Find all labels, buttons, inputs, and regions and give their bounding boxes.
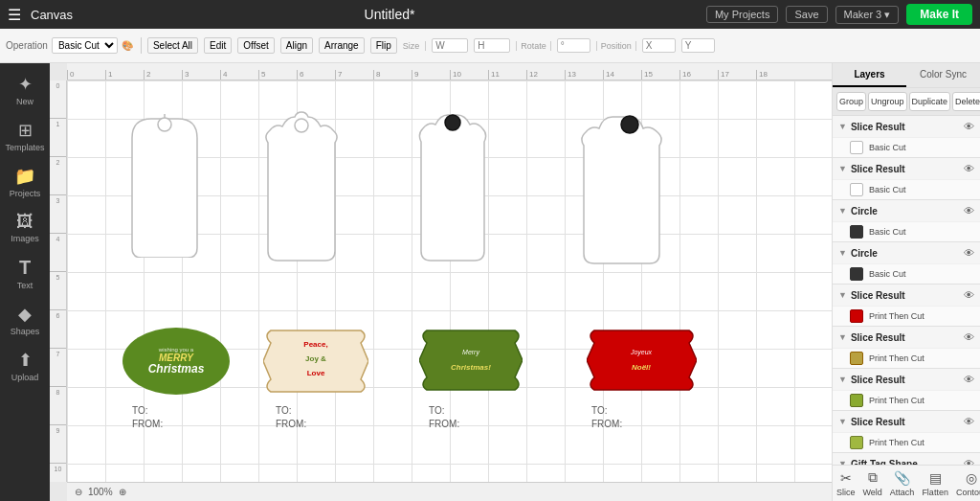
ruler-tick: 12 bbox=[526, 70, 565, 80]
layer-header-7[interactable]: ▼ Slice Result 👁 bbox=[833, 411, 980, 432]
layer-eye-1[interactable]: 👁 bbox=[964, 163, 974, 174]
edit-button[interactable]: Edit bbox=[204, 37, 232, 54]
layer-eye-7[interactable]: 👁 bbox=[964, 416, 974, 427]
ungroup-button[interactable]: Ungroup bbox=[868, 92, 907, 111]
layer-child-label-6: Print Then Cut bbox=[869, 396, 924, 405]
right-actions: My Projects Save Maker 3 ▾ Make It bbox=[706, 4, 972, 25]
sidebar-item-templates[interactable]: ⊞ Templates bbox=[3, 115, 47, 157]
attach-icon: 📎 bbox=[894, 470, 910, 486]
ruler-left-tick: 3 bbox=[50, 195, 66, 234]
layer-child-0: Basic Cut bbox=[833, 137, 980, 157]
align-button[interactable]: Align bbox=[280, 37, 313, 54]
svg-text:Love: Love bbox=[307, 369, 325, 377]
weld-button[interactable]: ⧉ Weld bbox=[859, 467, 886, 499]
ruler-tick: 1 bbox=[105, 70, 144, 80]
layer-header-4[interactable]: ▼ Slice Result 👁 bbox=[833, 285, 980, 306]
attach-button[interactable]: 📎 Attach bbox=[886, 468, 919, 499]
rotate-input[interactable] bbox=[557, 38, 590, 53]
my-projects-button[interactable]: My Projects bbox=[706, 6, 778, 23]
offset-button[interactable]: Offset bbox=[237, 37, 275, 54]
layer-eye-4[interactable]: 👁 bbox=[964, 289, 974, 301]
select-all-button[interactable]: Select All bbox=[147, 37, 198, 54]
position-label: Position bbox=[596, 41, 636, 51]
layer-header-6[interactable]: ▼ Slice Result 👁 bbox=[833, 369, 980, 390]
layer-eye-2[interactable]: 👁 bbox=[964, 205, 974, 216]
layer-header-2[interactable]: ▼ Circle 👁 bbox=[833, 200, 980, 221]
layer-title-2: Circle bbox=[851, 206, 960, 216]
layer-header-8[interactable]: ▼ Gift Tag Shape 👁 bbox=[833, 453, 980, 465]
layer-child-label-4: Print Then Cut bbox=[869, 311, 924, 321]
sidebar-item-upload[interactable]: ⬆ Upload bbox=[3, 345, 47, 387]
make-it-button[interactable]: Make It bbox=[906, 4, 972, 25]
ruler-top: 0 1 2 3 4 5 6 7 8 9 10 11 12 13 14 15 16… bbox=[67, 63, 832, 80]
contour-icon: ◎ bbox=[966, 470, 977, 486]
layer-group-5: ▼ Slice Result 👁 Print Then Cut bbox=[833, 327, 980, 369]
projects-icon: 📁 bbox=[14, 166, 35, 187]
layer-eye-3[interactable]: 👁 bbox=[964, 247, 974, 259]
sidebar-label-templates: Templates bbox=[5, 143, 44, 152]
sidebar-item-projects[interactable]: 📁 Projects bbox=[3, 161, 47, 203]
layers-list: ▼ Slice Result 👁 Basic Cut ▼ Slice Resul… bbox=[833, 116, 980, 465]
svg-point-2 bbox=[445, 115, 460, 130]
layer-header-5[interactable]: ▼ Slice Result 👁 bbox=[833, 327, 980, 348]
layer-swatch-3 bbox=[850, 267, 863, 281]
tab-layers[interactable]: Layers bbox=[833, 63, 906, 87]
width-input[interactable] bbox=[432, 38, 468, 53]
x-input[interactable] bbox=[642, 38, 676, 53]
layer-header-0[interactable]: ▼ Slice Result 👁 bbox=[833, 116, 980, 137]
contour-label: Contour bbox=[956, 488, 980, 497]
xmas-label-1: wishing you a MERRY Christmas bbox=[122, 328, 230, 395]
gift-tag-2 bbox=[258, 109, 345, 262]
bottom-bar: ✂ Slice ⧉ Weld 📎 Attach ▤ Flatten ◎ Cont… bbox=[833, 465, 980, 501]
svg-text:Noël!: Noël! bbox=[632, 363, 651, 372]
layer-eye-5[interactable]: 👁 bbox=[964, 331, 974, 343]
operation-select[interactable]: Basic Cut bbox=[52, 37, 118, 54]
flatten-icon: ▤ bbox=[929, 470, 942, 486]
maker-button[interactable]: Maker 3 ▾ bbox=[835, 6, 900, 24]
layer-header-3[interactable]: ▼ Circle 👁 bbox=[833, 242, 980, 263]
canvas-area[interactable]: 0 1 2 3 4 5 6 7 8 9 10 11 12 13 14 15 16… bbox=[50, 63, 832, 501]
sidebar-item-shapes[interactable]: ◆ Shapes bbox=[3, 299, 47, 341]
hamburger-icon[interactable]: ☰ bbox=[8, 6, 21, 24]
flatten-button[interactable]: ▤ Flatten bbox=[918, 468, 952, 499]
layer-eye-8[interactable]: 👁 bbox=[964, 458, 974, 465]
to-from-1: TO:FROM: bbox=[132, 404, 163, 431]
ruler-tick: 15 bbox=[641, 70, 679, 80]
ruler-tick: 17 bbox=[718, 70, 756, 80]
size-label: Size bbox=[403, 41, 427, 51]
arrange-button[interactable]: Arrange bbox=[319, 37, 365, 54]
duplicate-button[interactable]: Duplicate bbox=[909, 92, 951, 111]
new-icon: ✦ bbox=[18, 74, 33, 95]
layer-arrow-4: ▼ bbox=[838, 290, 847, 300]
ruler-tick: 16 bbox=[679, 70, 718, 80]
panel-tabs: Layers Color Sync bbox=[833, 63, 980, 88]
save-button[interactable]: Save bbox=[786, 6, 827, 23]
sidebar-item-text[interactable]: T Text bbox=[3, 252, 47, 295]
layer-eye-0[interactable]: 👁 bbox=[964, 121, 974, 132]
layer-swatch-0 bbox=[850, 141, 863, 154]
ruler-tick: 0 bbox=[67, 70, 105, 80]
ruler-tick: 11 bbox=[488, 70, 526, 80]
contour-button[interactable]: ◎ Contour bbox=[952, 468, 980, 499]
operation-group: Operation Basic Cut 🎨 bbox=[6, 37, 142, 54]
delete-button[interactable]: Delete bbox=[952, 92, 980, 111]
y-input[interactable] bbox=[681, 38, 715, 53]
zoom-out-icon[interactable]: ⊖ bbox=[75, 487, 82, 497]
svg-text:Joy &: Joy & bbox=[305, 354, 326, 363]
layer-swatch-2 bbox=[850, 225, 863, 239]
zoom-in-icon[interactable]: ⊕ bbox=[119, 487, 126, 497]
sidebar-item-new[interactable]: ✦ New bbox=[3, 69, 47, 111]
layer-child-label-1: Basic Cut bbox=[869, 185, 906, 194]
height-input[interactable] bbox=[474, 38, 510, 53]
layer-child-6: Print Then Cut bbox=[833, 390, 980, 410]
right-panel: Layers Color Sync Group Ungroup Duplicat… bbox=[832, 63, 980, 501]
layer-eye-6[interactable]: 👁 bbox=[964, 374, 974, 385]
group-button[interactable]: Group bbox=[836, 92, 866, 111]
tab-color-sync[interactable]: Color Sync bbox=[906, 63, 980, 87]
flip-button[interactable]: Flip bbox=[370, 37, 397, 54]
sidebar-item-images[interactable]: 🖼 Images bbox=[3, 207, 47, 248]
canvas-grid[interactable]: wishing you a MERRY Christmas Peace, Joy… bbox=[67, 80, 832, 482]
slice-button[interactable]: ✂ Slice bbox=[833, 468, 859, 499]
layer-header-1[interactable]: ▼ Slice Result 👁 bbox=[833, 158, 980, 179]
layer-child-5: Print Then Cut bbox=[833, 348, 980, 368]
